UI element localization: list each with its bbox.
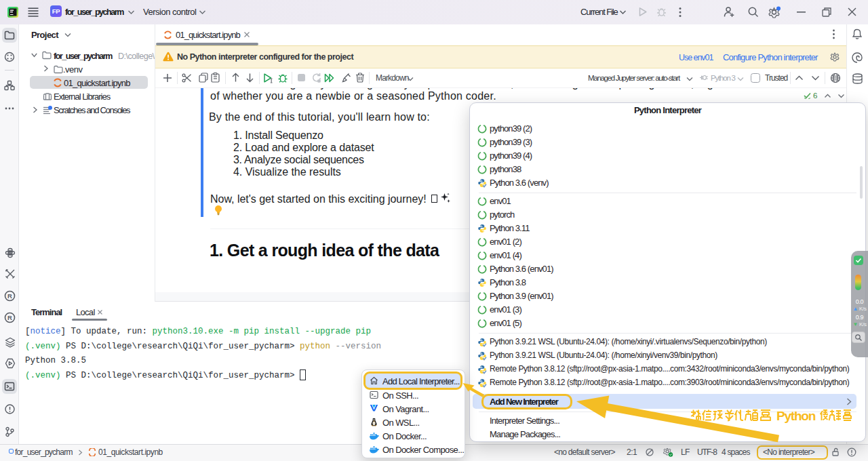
svg-text:R: R	[7, 292, 12, 300]
svg-text:Python: Python	[776, 409, 816, 423]
svg-text:R: R	[7, 314, 12, 321]
